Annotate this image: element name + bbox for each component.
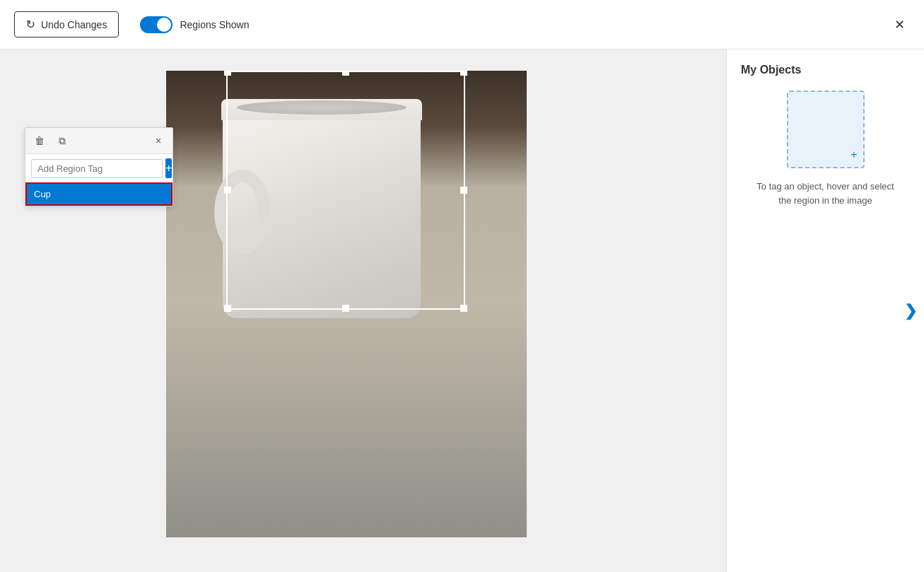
delete-region-button[interactable]: 🗑 (31, 132, 48, 149)
placeholder-plus-icon: + (850, 148, 857, 161)
undo-icon: ↺ (26, 18, 35, 31)
nav-arrow-icon[interactable]: ❯ (904, 302, 917, 320)
close-button[interactable]: ✕ (889, 14, 910, 35)
add-tag-icon: + (165, 162, 172, 175)
tag-suggestion-label: Cup (34, 189, 51, 199)
tag-suggestion-cup[interactable]: Cup (25, 182, 172, 206)
undo-label: Undo Changes (41, 19, 107, 30)
close-icon: ✕ (894, 17, 905, 33)
mug-handle (214, 170, 271, 255)
undo-button[interactable]: ↺ Undo Changes (14, 11, 119, 37)
regions-shown-label: Regions Shown (180, 19, 249, 30)
mug-inner (237, 100, 407, 115)
add-tag-button[interactable]: + (165, 158, 172, 178)
region-tag-panel: 🗑 ⧉ × + Cup (25, 127, 173, 206)
regions-toggle-group: Regions Shown (140, 16, 249, 33)
my-objects-title: My Objects (741, 64, 801, 76)
close-panel-icon: × (156, 135, 161, 146)
regions-toggle[interactable] (140, 16, 172, 33)
copy-icon: ⧉ (59, 135, 66, 147)
header-icons: 🗑 ⧉ (31, 132, 71, 149)
copy-region-button[interactable]: ⧉ (54, 132, 71, 149)
canvas-area[interactable]: 🗑 ⧉ × + Cup (0, 49, 726, 572)
tag-suggestion-dropdown: Cup (25, 182, 172, 206)
region-tag-header: 🗑 ⧉ × (25, 128, 172, 154)
right-panel: My Objects + To tag an object, hover and… (726, 49, 924, 572)
mug-image (166, 71, 527, 537)
main-content: 🗑 ⧉ × + Cup (0, 49, 924, 572)
object-placeholder: + (787, 91, 865, 168)
region-tag-input[interactable] (31, 159, 163, 178)
delete-icon: 🗑 (35, 135, 45, 146)
region-tag-input-row: + (25, 154, 172, 182)
toolbar: ↺ Undo Changes Regions Shown ✕ (0, 0, 924, 49)
image-container (166, 71, 527, 537)
object-hint: To tag an object, hover and select the r… (755, 180, 896, 207)
close-panel-button[interactable]: × (150, 132, 167, 149)
